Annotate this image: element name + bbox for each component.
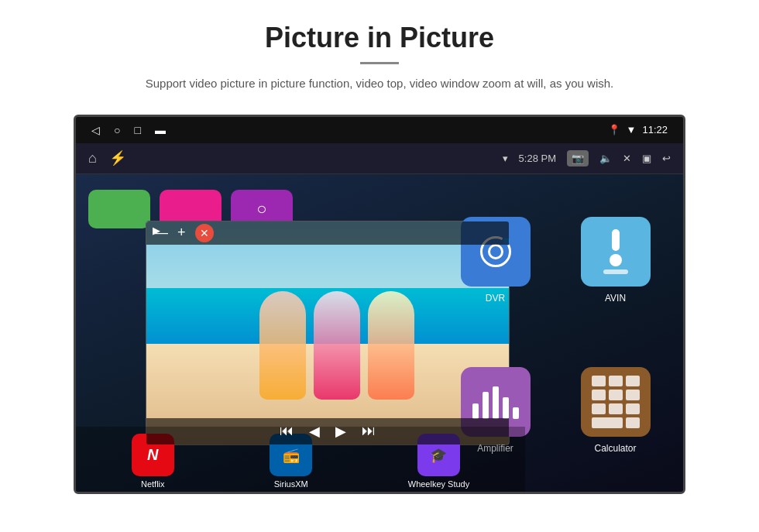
pip-next-button[interactable]: ▶: [335, 423, 346, 440]
calculator-label: Calculator: [594, 443, 636, 454]
nav-bar-left: ⌂ ⚡: [88, 149, 126, 166]
pip-icon[interactable]: ▣: [642, 153, 651, 164]
device-screen: ◁ ○ □ ▬ 📍 ▼ 11:22 ⌂ ⚡ ▾ 5:28 PM 📷 🔈 ✕ ▣ …: [74, 115, 685, 494]
pip-expand-button[interactable]: +: [177, 225, 186, 241]
avin-pin: [612, 229, 620, 251]
page-title: Picture in Picture: [46, 22, 713, 54]
app-item-calculator[interactable]: Calculator: [560, 340, 671, 481]
nav-bar-right: ▾ 5:28 PM 📷 🔈 ✕ ▣ ↩: [503, 150, 671, 166]
calculator-grid: [589, 372, 643, 431]
calc-key-4: [592, 390, 606, 400]
wheelkey-label: Wheelkey Study: [408, 479, 469, 489]
status-bar-right: 📍 ▼ 11:22: [608, 124, 668, 136]
amp-bar-5: [513, 407, 519, 419]
signal-icon: ▼: [627, 124, 637, 136]
screenshot-icon[interactable]: ▬: [155, 124, 166, 136]
pip-top-controls: — + ✕: [154, 224, 214, 242]
back-icon[interactable]: ◁: [91, 124, 100, 136]
pip-skip-back-button[interactable]: ⏮: [280, 423, 294, 439]
person-3: [368, 291, 414, 400]
app-icon-green[interactable]: [88, 190, 150, 228]
avin-label: AVIN: [605, 293, 626, 304]
calc-key-7: [592, 403, 606, 414]
main-area: ○ ▶ — + ✕: [76, 174, 683, 494]
record-icon: ▶: [153, 225, 160, 236]
pip-close-button[interactable]: ✕: [195, 224, 214, 242]
amp-bar-4: [503, 397, 509, 419]
calc-key-0: [626, 417, 640, 428]
status-time: 11:22: [642, 124, 668, 136]
status-bar: ◁ ○ □ ▬ 📍 ▼ 11:22: [76, 117, 683, 143]
status-bar-left: ◁ ○ □ ▬: [91, 124, 166, 136]
calc-key-2: [609, 376, 623, 386]
nav-time: 5:28 PM: [519, 153, 556, 164]
pip-footer-controls: ⏮ ◀ ▶ ⏭: [146, 418, 509, 444]
back-arrow-icon[interactable]: ↩: [662, 153, 671, 164]
page-header: Picture in Picture Support video picture…: [0, 0, 759, 107]
siriusxm-label: SiriusXM: [274, 479, 308, 489]
close-icon[interactable]: ✕: [623, 153, 631, 164]
app-item-dvr[interactable]: DVR: [440, 190, 551, 331]
person-1: [259, 291, 306, 400]
calc-key-8: [609, 403, 623, 414]
volume-icon[interactable]: 🔈: [599, 153, 612, 164]
amplifier-bars: [472, 384, 519, 419]
nav-bar: ⌂ ⚡ ▾ 5:28 PM 📷 🔈 ✕ ▣ ↩: [76, 143, 683, 174]
avin-ball: [610, 254, 622, 266]
calc-key-6: [626, 390, 640, 400]
app-item-avin[interactable]: AVIN: [560, 190, 671, 331]
avin-connector: [603, 269, 628, 274]
page-subtitle: Support video picture in picture functio…: [46, 75, 713, 93]
avin-icon-inner: [603, 229, 628, 274]
wifi-icon: ▾: [503, 153, 508, 164]
pip-header: ▶ — + ✕: [146, 221, 509, 245]
amp-bar-3: [493, 386, 499, 419]
calc-key-3: [626, 376, 640, 386]
title-divider: [360, 62, 399, 64]
calc-key-1: [592, 376, 606, 386]
recents-icon[interactable]: □: [134, 124, 140, 136]
amp-bar-2: [483, 392, 489, 419]
calculator-app-icon[interactable]: [581, 367, 651, 437]
pip-skip-forward-button[interactable]: ⏭: [362, 423, 376, 439]
amp-bar-1: [472, 403, 479, 419]
netflix-label: Netflix: [141, 479, 165, 489]
location-icon: 📍: [608, 124, 620, 136]
person-2: [314, 291, 360, 400]
calc-key-9: [626, 403, 640, 414]
camera-icon[interactable]: 📷: [567, 150, 589, 166]
usb-icon[interactable]: ⚡: [109, 149, 126, 166]
home-nav-icon[interactable]: ⌂: [88, 150, 97, 166]
home-icon[interactable]: ○: [114, 124, 120, 136]
avin-app-icon[interactable]: [581, 217, 651, 287]
calc-key-5: [609, 390, 623, 400]
pip-prev-button[interactable]: ◀: [309, 423, 320, 440]
dvr-label: DVR: [486, 293, 505, 304]
calc-key-wide: [592, 417, 623, 428]
